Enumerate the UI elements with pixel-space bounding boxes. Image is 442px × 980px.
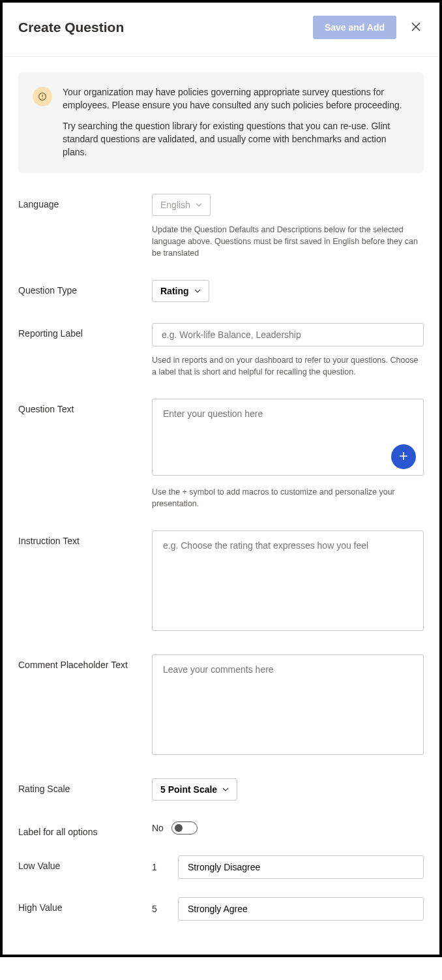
row-question-text: Question Text Use the + symbol to add ma… — [18, 399, 424, 510]
svg-point-2 — [42, 98, 42, 99]
toggle-state-text: No — [152, 823, 164, 833]
add-macro-button[interactable] — [391, 444, 416, 469]
rating-scale-dropdown[interactable]: 5 Point Scale — [152, 778, 237, 801]
chevron-down-icon — [194, 288, 201, 294]
close-button[interactable] — [408, 19, 424, 37]
question-text-helper: Use the + symbol to add macros to custom… — [152, 486, 424, 510]
row-language: Language English Update the Question Def… — [18, 194, 424, 259]
row-rating-scale: Rating Scale 5 Point Scale — [18, 778, 424, 801]
label-all-options-toggle[interactable] — [171, 821, 198, 835]
label-reporting-label: Reporting Label — [18, 323, 152, 339]
info-notice: Your organization may have policies gove… — [18, 72, 424, 173]
reporting-label-input[interactable] — [152, 323, 424, 346]
notice-paragraph-1: Your organization may have policies gove… — [63, 85, 409, 112]
question-text-input[interactable] — [152, 399, 424, 476]
label-language: Language — [18, 194, 152, 209]
language-helper: Update the Question Defaults and Descrip… — [152, 224, 424, 259]
question-type-dropdown[interactable]: Rating — [152, 280, 209, 302]
chevron-down-icon — [196, 202, 202, 208]
label-comment-placeholder: Comment Placeholder Text — [18, 654, 152, 670]
comment-placeholder-input[interactable] — [152, 654, 424, 755]
save-and-add-button[interactable]: Save and Add — [313, 16, 396, 39]
close-icon — [411, 22, 421, 34]
notice-text: Your organization may have policies gove… — [63, 85, 409, 159]
plus-icon — [398, 451, 409, 463]
header-actions: Save and Add — [313, 16, 424, 39]
row-label-all-options: Label for all options No — [18, 821, 424, 837]
dialog-header: Create Question Save and Add — [3, 3, 439, 52]
low-value-input[interactable] — [178, 855, 424, 879]
low-value-number: 1 — [152, 862, 160, 872]
instruction-text-input[interactable] — [152, 530, 424, 631]
reporting-label-helper: Used in reports and on your dashboard to… — [152, 354, 424, 378]
high-value-input[interactable] — [178, 897, 424, 921]
row-low-value: Low Value 1 — [18, 855, 424, 879]
notice-paragraph-2: Try searching the question library for e… — [63, 119, 409, 159]
label-label-all-options: Label for all options — [18, 821, 152, 837]
label-low-value: Low Value — [18, 855, 152, 871]
high-value-number: 5 — [152, 904, 160, 914]
label-question-text: Question Text — [18, 399, 152, 414]
label-high-value: High Value — [18, 897, 152, 913]
warning-icon — [33, 87, 52, 106]
chevron-down-icon — [222, 786, 229, 793]
row-high-value: High Value 5 — [18, 897, 424, 921]
language-value: English — [160, 200, 190, 210]
label-instruction-text: Instruction Text — [18, 530, 152, 546]
toggle-knob — [175, 824, 183, 832]
dialog-title: Create Question — [18, 20, 124, 35]
rating-scale-value: 5 Point Scale — [160, 784, 217, 795]
question-type-value: Rating — [160, 286, 189, 296]
row-comment-placeholder: Comment Placeholder Text — [18, 654, 424, 758]
row-reporting-label: Reporting Label Used in reports and on y… — [18, 323, 424, 378]
row-question-type: Question Type Rating — [18, 280, 424, 302]
label-rating-scale: Rating Scale — [18, 778, 152, 794]
dialog-content: Your organization may have policies gove… — [3, 57, 439, 955]
row-instruction-text: Instruction Text — [18, 530, 424, 634]
label-question-type: Question Type — [18, 280, 152, 296]
language-dropdown[interactable]: English — [152, 194, 211, 216]
